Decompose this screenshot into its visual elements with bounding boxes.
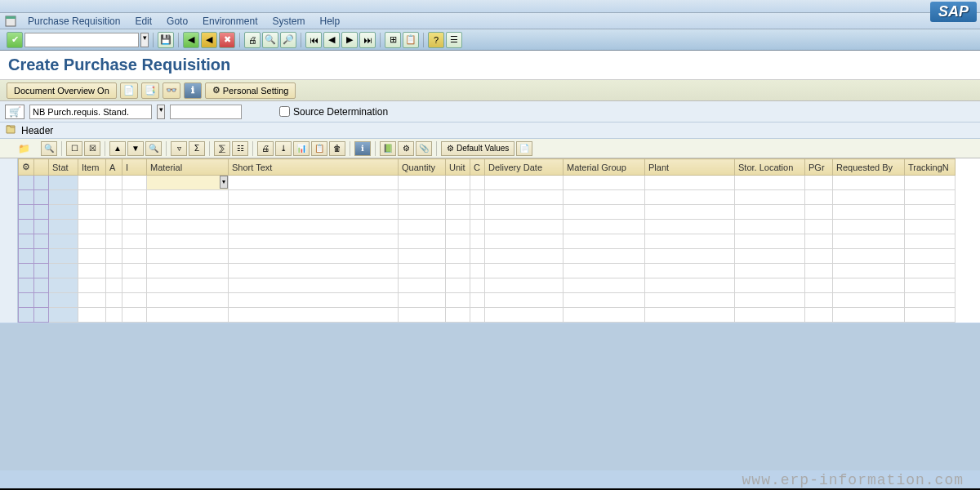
cart-icon[interactable]: 🛒 — [5, 105, 24, 119]
col-header-plant[interactable]: Plant — [645, 159, 735, 176]
system-menu-icon[interactable] — [5, 16, 16, 27]
copy-icon[interactable]: 📑 — [141, 82, 159, 99]
col-header-material[interactable]: Material — [147, 159, 229, 176]
cell-requested_by[interactable] — [833, 205, 905, 220]
cell-c[interactable] — [470, 308, 485, 323]
cell-pgr[interactable] — [805, 249, 833, 264]
cell-delivery_date[interactable] — [485, 220, 564, 234]
cell-quantity[interactable] — [399, 234, 446, 249]
item-table[interactable]: ⚙StatItemAIMaterialShort TextQuantityUni… — [18, 158, 956, 323]
cell-delivery_date[interactable] — [485, 249, 564, 264]
cell-stor_location[interactable] — [735, 205, 805, 220]
cell-plant[interactable] — [645, 293, 735, 308]
cell-delivery_date[interactable] — [485, 264, 564, 278]
cell-pgr[interactable] — [805, 234, 833, 249]
next-page-icon[interactable]: ▶ — [341, 32, 358, 48]
menu-edit[interactable]: Edit — [128, 14, 158, 29]
help-grid-icon[interactable]: 📄 — [516, 141, 532, 156]
cell-tracking[interactable] — [905, 220, 956, 234]
cell-plant[interactable] — [645, 249, 735, 264]
cell-pgr[interactable] — [805, 264, 833, 278]
cell-unit[interactable] — [446, 234, 470, 249]
source-determination-checkbox[interactable] — [279, 106, 290, 117]
cell-a[interactable] — [106, 278, 122, 293]
cell-requested_by[interactable] — [833, 308, 905, 323]
cell-unit[interactable] — [446, 220, 470, 234]
cell-material_group[interactable] — [564, 220, 645, 234]
row-config[interactable] — [19, 278, 34, 293]
cell-quantity[interactable] — [399, 278, 446, 293]
cell-requested_by[interactable] — [833, 249, 905, 264]
cell-pgr[interactable] — [805, 205, 833, 220]
create-icon[interactable]: 📄 — [120, 82, 138, 99]
select-all-icon[interactable]: ☐ — [66, 141, 82, 156]
cell-i[interactable] — [122, 176, 147, 190]
cell-requested_by[interactable] — [833, 234, 905, 249]
cell-unit[interactable] — [446, 278, 470, 293]
cell-material[interactable] — [147, 249, 229, 264]
cell-short_text[interactable] — [229, 234, 399, 249]
cell-a[interactable] — [106, 234, 122, 249]
row-selector[interactable] — [34, 264, 49, 278]
cell-c[interactable] — [470, 264, 485, 278]
personal-setting-button[interactable]: ⚙Personal Setting — [205, 82, 296, 99]
cell-stor_location[interactable] — [735, 220, 805, 234]
cell-i[interactable] — [122, 293, 147, 308]
filter-icon[interactable]: ▿ — [171, 141, 187, 156]
cell-short_text[interactable] — [229, 278, 399, 293]
cell-a[interactable] — [106, 176, 122, 190]
cell-stor_location[interactable] — [735, 278, 805, 293]
cell-a[interactable] — [106, 264, 122, 278]
col-header-quantity[interactable]: Quantity — [399, 159, 446, 176]
cell-unit[interactable] — [446, 308, 470, 323]
cell-material_group[interactable] — [564, 205, 645, 220]
row-config[interactable] — [19, 293, 34, 308]
cell-material[interactable] — [147, 278, 229, 293]
doc-type-input[interactable] — [29, 105, 152, 119]
cell-a[interactable] — [106, 293, 122, 308]
cell-tracking[interactable] — [905, 205, 956, 220]
cell-plant[interactable] — [645, 176, 735, 190]
col-header-short_text[interactable]: Short Text — [229, 159, 399, 176]
row-config[interactable] — [19, 220, 34, 234]
clipboard-icon[interactable]: 📎 — [416, 141, 432, 156]
cell-material_group[interactable] — [564, 308, 645, 323]
export-icon[interactable]: ⤓ — [275, 141, 292, 156]
subtotal-icon[interactable]: ⅀ — [214, 141, 230, 156]
cell-material_group[interactable] — [564, 293, 645, 308]
cell-material[interactable] — [147, 234, 229, 249]
col-header-i[interactable]: I — [122, 159, 147, 176]
cell-requested_by[interactable] — [833, 220, 905, 234]
row-selector[interactable] — [34, 220, 49, 234]
cell-material_group[interactable] — [564, 234, 645, 249]
cell-plant[interactable] — [645, 220, 735, 234]
cell-item[interactable] — [78, 234, 106, 249]
cell-short_text[interactable] — [229, 249, 399, 264]
cell-item[interactable] — [78, 293, 106, 308]
menu-goto[interactable]: Goto — [160, 14, 194, 29]
cell-unit[interactable] — [446, 264, 470, 278]
col-header-item[interactable]: Item — [78, 159, 106, 176]
cell-material_group[interactable] — [564, 190, 645, 205]
config-col-header[interactable]: ⚙ — [19, 159, 34, 176]
cell-material[interactable] — [147, 205, 229, 220]
cell-delivery_date[interactable] — [485, 308, 564, 323]
cell-pgr[interactable] — [805, 308, 833, 323]
prev-page-icon[interactable]: ◀ — [323, 32, 340, 48]
cell-stor_location[interactable] — [735, 264, 805, 278]
cell-i[interactable] — [122, 220, 147, 234]
sort-asc-icon[interactable]: ▲ — [109, 141, 126, 156]
cell-short_text[interactable] — [229, 190, 399, 205]
cell-stor_location[interactable] — [735, 308, 805, 323]
cell-a[interactable] — [106, 220, 122, 234]
row-selector[interactable] — [34, 234, 49, 249]
cell-delivery_date[interactable] — [485, 278, 564, 293]
cell-quantity[interactable] — [399, 205, 446, 220]
cell-tracking[interactable] — [905, 278, 956, 293]
col-header-a[interactable]: A — [106, 159, 122, 176]
cell-c[interactable] — [470, 234, 485, 249]
cell-unit[interactable] — [446, 249, 470, 264]
cell-tracking[interactable] — [905, 308, 956, 323]
cell-i[interactable] — [122, 249, 147, 264]
row-selector[interactable] — [34, 205, 49, 220]
